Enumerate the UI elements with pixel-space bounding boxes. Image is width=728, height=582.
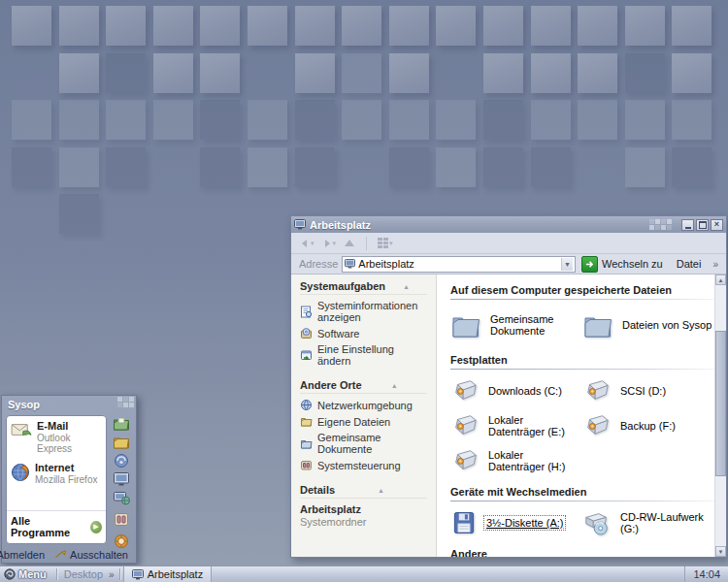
- go-arrow-icon: [581, 256, 598, 273]
- software-icon: [300, 327, 313, 340]
- section-title: Systemaufgaben: [300, 280, 405, 292]
- shared-documents-icon: [300, 437, 313, 450]
- outlook-express-icon: [11, 421, 32, 438]
- sidebar-item-einstellung-aendern[interactable]: Eine Einstellung ändern: [300, 343, 427, 367]
- scroll-up-icon[interactable]: ▲: [715, 275, 726, 285]
- scrollbar-thumb[interactable]: [715, 331, 726, 476]
- arbeitsplatz-window: Arbeitsplatz × ▾ ▾ ▾ A: [290, 215, 727, 558]
- start-menu-body: E-Mail Outlook Express Internet Mozilla …: [2, 412, 136, 546]
- details-type: Systemordner: [300, 516, 427, 528]
- content-section-andere: Andere Systemsteuerung: [450, 548, 714, 557]
- titlebar-decoration: [649, 219, 672, 230]
- start-menu-right-column: [107, 412, 136, 546]
- toolbar-separator: [366, 237, 367, 250]
- folder-icon: [450, 310, 481, 340]
- section-rule: [450, 299, 714, 300]
- minimize-button[interactable]: [681, 219, 694, 231]
- taskbar-task-arbeitsplatz[interactable]: Arbeitsplatz: [123, 566, 212, 582]
- my-computer-icon[interactable]: [112, 471, 131, 487]
- hard-disk-icon: [582, 412, 612, 439]
- sidebar-item-label: Gemeinsame Dokumente: [317, 432, 427, 455]
- go-button[interactable]: Wechseln zu: [581, 256, 663, 273]
- address-label: Adresse: [299, 258, 338, 270]
- sidebar-item-label: Systemsteuerung: [317, 460, 401, 471]
- back-icon: [300, 239, 310, 248]
- network-places-icon[interactable]: [112, 490, 131, 505]
- hard-disk-icon: [450, 412, 480, 439]
- toolbar-overflow-chevron[interactable]: »: [712, 259, 718, 270]
- window-titlebar[interactable]: Arbeitsplatz ×: [291, 216, 726, 233]
- shutdown-button[interactable]: Ausschalten: [54, 549, 128, 561]
- content-section-festplatten: Festplatten Downloads (C:) SCSI (D:): [450, 354, 714, 478]
- start-label: Menu: [18, 568, 47, 580]
- computer-icon: [345, 259, 355, 269]
- item-drive-c[interactable]: Downloads (C:): [450, 373, 582, 408]
- sidebar-item-eigene-dateien[interactable]: Eigene Dateien: [300, 415, 427, 428]
- scroll-down-icon[interactable]: ▼: [715, 546, 726, 557]
- shutdown-label: Ausschalten: [70, 549, 128, 561]
- item-dateien-von-sysop[interactable]: Dateien von Sysop: [582, 304, 714, 346]
- maximize-button[interactable]: [696, 219, 709, 231]
- control-panel-icon: [300, 459, 313, 471]
- sidebar-item-software[interactable]: Software: [300, 327, 427, 340]
- pinned-item-internet[interactable]: Internet Mozilla Firefox: [11, 463, 102, 485]
- back-button[interactable]: ▾: [297, 238, 317, 249]
- all-programs-arrow-icon: ▶: [90, 521, 102, 534]
- up-button[interactable]: [341, 238, 358, 249]
- pinned-item-email[interactable]: E-Mail Outlook Express: [11, 421, 102, 454]
- sidebar-item-systeminformationen[interactable]: Systeminformationen anzeigen: [300, 300, 427, 323]
- sidebar-item-netzwerkumgebung[interactable]: Netzwerkumgebung: [300, 399, 427, 411]
- item-floppy-a[interactable]: 3½-Diskette (A:): [450, 505, 582, 540]
- item-gemeinsame-dokumente[interactable]: Gemeinsame Dokumente: [450, 304, 582, 346]
- recent-documents-icon[interactable]: [112, 435, 131, 450]
- item-drive-d[interactable]: SCSI (D:): [582, 373, 714, 408]
- item-drive-f[interactable]: Backup (F:): [582, 408, 714, 443]
- start-menu-separator: [111, 530, 132, 531]
- my-documents-icon[interactable]: [112, 416, 131, 432]
- forward-button[interactable]: ▾: [319, 238, 340, 249]
- go-label: Wechseln zu: [602, 258, 663, 270]
- all-programs-button[interactable]: Alle Programme ▶: [7, 510, 106, 543]
- details-name: Arbeitsplatz: [300, 503, 427, 515]
- desktop-toolbar-label[interactable]: Desktop: [64, 568, 103, 580]
- views-button[interactable]: ▾: [375, 237, 396, 249]
- navigation-toolbar: ▾ ▾ ▾: [291, 233, 726, 254]
- taskbar-clock[interactable]: 14:04: [684, 566, 728, 582]
- item-drive-e[interactable]: Lokaler Datenträger (E:): [450, 408, 582, 443]
- desktop-toolbar-chevron[interactable]: »: [109, 569, 115, 580]
- section-header: Details ▴: [300, 484, 427, 499]
- close-button[interactable]: ×: [711, 219, 723, 231]
- start-menu-separator: [111, 508, 132, 509]
- start-button[interactable]: Menu: [0, 566, 53, 582]
- collapse-chevron-icon[interactable]: ▴: [405, 282, 428, 291]
- section-rule: [450, 501, 714, 501]
- hard-disk-icon: [450, 447, 480, 474]
- section-title: Festplatten: [450, 354, 714, 366]
- item-drive-h[interactable]: Lokaler Datenträger (H:): [450, 443, 582, 478]
- menu-datei[interactable]: Datei: [677, 258, 702, 270]
- address-combo[interactable]: Arbeitsplatz ▼: [342, 256, 576, 273]
- my-documents-icon: [300, 415, 313, 428]
- collapse-chevron-icon[interactable]: ▴: [380, 486, 427, 495]
- sidebar-item-label: Systeminformationen anzeigen: [317, 300, 427, 323]
- content-section-wechselmedien: Geräte mit Wechselmedien 3½-Diskette (A:…: [450, 486, 714, 540]
- logoff-button[interactable]: Abmelden: [0, 549, 45, 561]
- combo-dropdown-icon[interactable]: ▼: [561, 258, 573, 271]
- window-title: Arbeitsplatz: [310, 219, 649, 231]
- item-cdrw-g[interactable]: CD-RW-Laufwerk (G:): [582, 505, 714, 540]
- vertical-scrollbar[interactable]: ▲ ▼: [714, 275, 726, 557]
- my-music-icon[interactable]: [112, 453, 131, 469]
- pinned-item-title: Internet: [35, 463, 97, 473]
- control-panel-icon[interactable]: [112, 512, 131, 527]
- cd-drive-icon: [582, 509, 612, 536]
- task-label: Arbeitsplatz: [148, 568, 203, 580]
- all-programs-label: Alle Programme: [11, 515, 85, 538]
- collapse-chevron-icon[interactable]: ▴: [392, 381, 427, 390]
- sidebar-item-label: Netzwerkumgebung: [317, 400, 413, 411]
- sidebar-item-systemsteuerung[interactable]: Systemsteuerung: [300, 459, 427, 471]
- content-section-files: Auf diesem Computer gespeicherte Dateien…: [450, 284, 714, 346]
- hard-disk-icon: [582, 377, 612, 404]
- section-header: Andere Orte ▴: [300, 379, 427, 394]
- sidebar-item-gemeinsame-dokumente[interactable]: Gemeinsame Dokumente: [300, 432, 427, 455]
- system-info-icon: [300, 306, 313, 318]
